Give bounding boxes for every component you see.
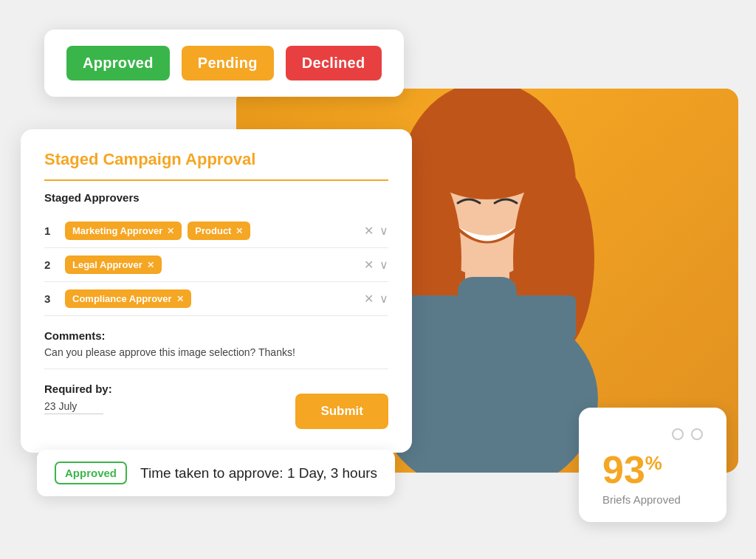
approval-card: Staged Campaign Approval Staged Approver…: [21, 129, 412, 453]
approver-tags-1: Marketing Approver ✕ Product ✕: [65, 222, 357, 240]
tag-legal-remove[interactable]: ✕: [147, 260, 154, 270]
banner-time-text: Time taken to approve: 1 Day, 3 hours: [140, 465, 377, 481]
comments-text: Can you please approve this image select…: [44, 346, 388, 369]
approvers-label: Staged Approvers: [44, 191, 388, 204]
approver-num-3: 3: [44, 292, 58, 305]
stats-number: 93: [602, 448, 645, 491]
row-1-actions: ✕ ∨: [364, 224, 388, 238]
tag-legal-label: Legal Approver: [72, 259, 142, 270]
submit-button[interactable]: Submit: [295, 394, 388, 429]
stats-card-icons: [602, 428, 703, 440]
row-2-actions: ✕ ∨: [364, 258, 388, 272]
comments-label: Comments:: [44, 329, 388, 342]
tag-product-remove[interactable]: ✕: [236, 226, 243, 236]
approver-num-2: 2: [44, 258, 58, 271]
stats-suffix: %: [645, 452, 662, 474]
approver-row-1: 1 Marketing Approver ✕ Product ✕ ✕ ∨: [44, 214, 388, 248]
svg-rect-8: [458, 277, 517, 310]
tag-compliance-remove[interactable]: ✕: [176, 294, 184, 304]
tag-legal[interactable]: Legal Approver ✕: [65, 256, 162, 274]
pending-badge[interactable]: Pending: [182, 46, 274, 80]
tag-product-label: Product: [195, 225, 231, 236]
approver-num-1: 1: [44, 224, 58, 237]
svg-point-4: [413, 96, 561, 199]
approver-tags-3: Compliance Approver ✕: [65, 289, 357, 308]
status-badges-card: Approved Pending Declined: [44, 30, 404, 97]
required-by-value: 23 July: [44, 400, 103, 414]
row-3-remove-icon[interactable]: ✕: [364, 292, 374, 306]
row-2-remove-icon[interactable]: ✕: [364, 258, 374, 272]
banner-approved-badge: Approved: [55, 462, 127, 484]
stats-icon-2: [691, 428, 703, 440]
tag-compliance[interactable]: Compliance Approver ✕: [65, 289, 191, 308]
approval-banner: Approved Time taken to approve: 1 Day, 3…: [37, 450, 395, 496]
tag-marketing[interactable]: Marketing Approver ✕: [65, 222, 182, 240]
tag-marketing-label: Marketing Approver: [72, 225, 162, 236]
row-3-actions: ✕ ∨: [364, 292, 388, 306]
approver-row-2: 2 Legal Approver ✕ ✕ ∨: [44, 248, 388, 282]
approved-badge[interactable]: Approved: [66, 46, 170, 80]
row-1-chevron-icon[interactable]: ∨: [379, 224, 388, 238]
row-3-chevron-icon[interactable]: ∨: [379, 292, 388, 306]
tag-compliance-label: Compliance Approver: [72, 293, 172, 304]
row-2-chevron-icon[interactable]: ∨: [379, 258, 388, 272]
declined-badge[interactable]: Declined: [286, 46, 382, 80]
row-1-remove-icon[interactable]: ✕: [364, 224, 374, 238]
stats-icon-1: [672, 428, 684, 440]
stats-percent: 93%: [602, 450, 703, 489]
approver-tags-2: Legal Approver ✕: [65, 256, 357, 274]
approver-row-3: 3 Compliance Approver ✕ ✕ ∨: [44, 282, 388, 316]
approval-card-title: Staged Campaign Approval: [44, 150, 388, 181]
comments-section: Comments: Can you please approve this im…: [44, 329, 388, 369]
tag-marketing-remove[interactable]: ✕: [167, 226, 174, 236]
stats-card: 93% Briefs Approved: [579, 408, 726, 522]
tag-product[interactable]: Product ✕: [188, 222, 250, 240]
stats-label: Briefs Approved: [602, 493, 703, 506]
